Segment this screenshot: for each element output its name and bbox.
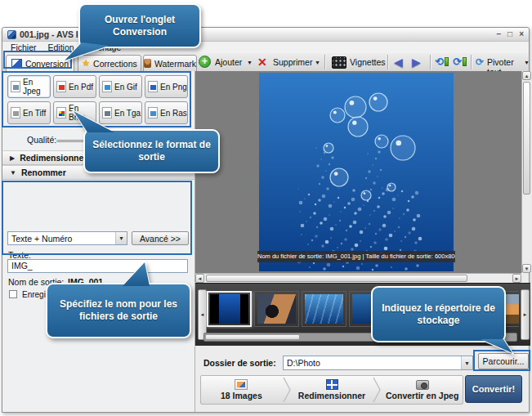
format-label: En Pdf xyxy=(69,83,93,92)
horizontal-scrollbar[interactable]: ◄ ► xyxy=(195,273,521,283)
step-resize: Redimensionner xyxy=(292,379,373,400)
quality-label: Qualité: xyxy=(27,135,56,145)
toolbar-separator xyxy=(387,55,388,69)
rename-pattern-value: Texte + Numéro xyxy=(8,234,115,244)
step-label: 18 Images xyxy=(221,391,262,400)
strip-right-arrow[interactable]: ► xyxy=(521,289,530,340)
step-images: 18 Images xyxy=(201,379,282,400)
thumbnail-image xyxy=(305,294,343,324)
thumbnails-button[interactable]: Vignettes xyxy=(350,57,386,67)
expanded-arrow-icon: ▼ xyxy=(10,169,16,177)
vertical-scrollbar[interactable]: ▲ ▼ xyxy=(521,71,531,273)
rotate-left-icon[interactable]: ⟲ xyxy=(435,56,449,68)
toolbar-separator xyxy=(324,55,325,69)
step-label: Convertir en Jpeg xyxy=(386,391,458,400)
thumbnail-watch[interactable] xyxy=(254,291,299,327)
gif-file-icon xyxy=(102,81,112,92)
callout-select-format: Sélectionnez le format de sortie xyxy=(69,106,225,176)
callout-text: Sélectionnez le format de sortie xyxy=(84,130,219,172)
rotate-all-icon[interactable]: ⟳ xyxy=(476,56,484,68)
png-file-icon xyxy=(148,81,158,92)
preview-area: Nom du fichier de sortie: IMG_001.jpg | … xyxy=(195,71,521,273)
callout-open-conversion-tab: Ouvrez l'onglet Conversion xyxy=(57,2,204,65)
add-dropdown-icon[interactable]: ▼ xyxy=(247,60,253,65)
rename-pattern-select[interactable]: Texte + Numéro ▼ xyxy=(7,231,127,245)
remove-icon[interactable]: ✕ xyxy=(257,56,267,69)
thumbnails-grid-icon[interactable] xyxy=(332,56,346,69)
conversion-icon xyxy=(11,59,22,68)
step-chevron-icon xyxy=(282,377,292,403)
format-label: En Jpeg xyxy=(23,78,50,96)
callout-text: Indiquez le répertoire de stockage xyxy=(372,287,505,342)
thumbnail-image xyxy=(257,294,296,324)
tiff-file-icon xyxy=(11,107,20,119)
chevron-down-icon[interactable]: ▼ xyxy=(115,232,127,244)
format-button-tiff[interactable]: En Tiff xyxy=(7,101,51,124)
callout-text: Spécifiez le nom pour les fichiers de so… xyxy=(47,284,190,338)
callout-text: Ouvrez l'onglet Conversion xyxy=(79,4,200,47)
output-folder-label: Dossier de sortie: xyxy=(203,358,276,368)
thumbnail-rays[interactable] xyxy=(302,291,346,327)
output-folder-value: D:\Photo xyxy=(284,358,461,368)
horizontal-scroll-thumb[interactable] xyxy=(206,275,467,282)
step-chevron-icon xyxy=(372,377,382,403)
minimize-button[interactable]: – xyxy=(497,29,502,40)
resize-icon xyxy=(326,379,338,390)
preview-image xyxy=(259,73,454,271)
output-folder-select[interactable]: D:\Photo ▼ xyxy=(283,356,473,370)
convert-button[interactable]: Convertir! xyxy=(465,375,522,403)
thumbnail-image xyxy=(210,294,248,324)
rotate-right-icon[interactable]: ⟳ xyxy=(453,56,467,68)
remove-button[interactable]: Supprimer xyxy=(273,57,312,67)
chevron-down-icon[interactable]: ▼ xyxy=(461,356,472,369)
rotate-all-dropdown-icon[interactable]: ▼ xyxy=(524,60,530,65)
format-button-gif[interactable]: En Gif xyxy=(99,75,142,98)
strip-scroll-thumb[interactable] xyxy=(205,334,300,340)
thumbnail-bubbles[interactable] xyxy=(207,291,252,327)
menu-fichier[interactable]: Fichier xyxy=(5,42,42,53)
format-label: En Tiff xyxy=(23,109,46,118)
remove-dropdown-icon[interactable]: ▼ xyxy=(315,60,320,65)
steps-bar: 18 ImagesRedimensionnerConvertir en Jpeg xyxy=(200,375,463,405)
format-button-pdf[interactable]: En Pdf xyxy=(53,75,96,98)
pdf-file-icon xyxy=(56,81,66,92)
images-icon xyxy=(235,379,248,390)
convert-icon xyxy=(416,380,429,390)
advanced-button[interactable]: Avancé >> xyxy=(132,231,189,245)
collapsed-arrow-icon: ▶ xyxy=(10,154,15,162)
save-date-checkbox[interactable] xyxy=(9,290,17,298)
scroll-right-icon[interactable]: ► xyxy=(512,274,521,283)
toolbar-separator xyxy=(430,55,431,69)
format-button-png[interactable]: En Png xyxy=(145,75,188,98)
bmp-file-icon xyxy=(56,107,66,119)
app-icon xyxy=(7,30,16,39)
rename-section-label: Renommer xyxy=(21,168,66,177)
step-convert: Convertir en Jpeg xyxy=(382,380,463,400)
format-label: En Gif xyxy=(114,83,137,92)
next-image-icon[interactable]: ▶ xyxy=(412,56,421,69)
callout-storage-folder: Indiquez le répertoire de stockage xyxy=(368,283,519,356)
scroll-left-icon[interactable]: ◄ xyxy=(195,274,204,283)
step-label: Redimensionner xyxy=(298,391,365,400)
format-button-jpeg[interactable]: En Jpeg xyxy=(7,75,51,98)
screenshot-stage: 001.jpg - AVS Ima – □ × FichierEditionAf… xyxy=(0,0,532,416)
maximize-button[interactable]: □ xyxy=(507,29,512,40)
format-label: En Png xyxy=(160,83,187,92)
callout-specify-name: Spécifiez le nom pour les fichiers de so… xyxy=(42,257,194,341)
add-button[interactable]: Ajouter xyxy=(215,57,242,67)
scroll-down-icon[interactable]: ▼ xyxy=(522,264,531,273)
vertical-scroll-thumb[interactable] xyxy=(523,82,530,195)
toolbar-separator xyxy=(471,55,472,69)
close-button[interactable]: × xyxy=(519,29,524,40)
previous-image-icon[interactable]: ◀ xyxy=(394,56,403,69)
jpeg-file-icon xyxy=(11,81,20,92)
scroll-up-icon[interactable]: ▲ xyxy=(522,71,531,80)
preview-caption: Nom du fichier de sortie: IMG_001.jpg | … xyxy=(257,251,455,262)
